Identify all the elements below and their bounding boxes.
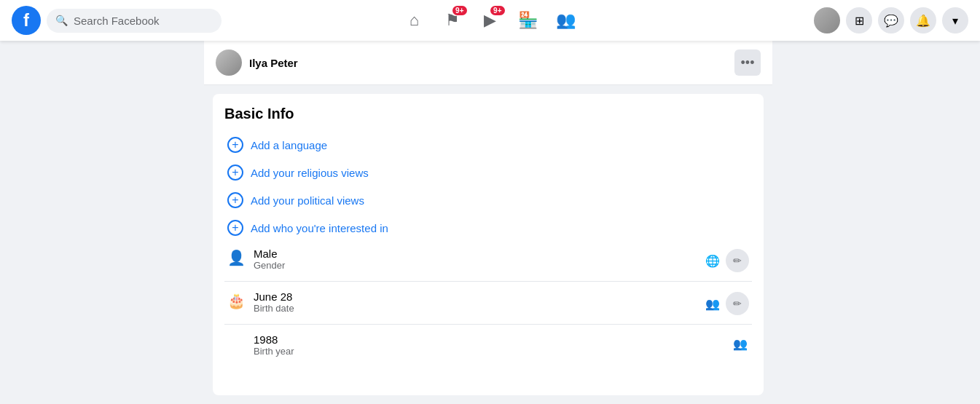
store-icon: 🏪 (518, 11, 538, 30)
add-language-text: Add a language (251, 139, 327, 151)
add-interested-btn[interactable]: + Add who you're interested in (224, 214, 752, 242)
page-content: Ilya Peter ••• Basic Info + Add a langua… (0, 41, 980, 404)
friends-privacy-icon-2: 👥 (732, 335, 749, 352)
profile-strip-left: Ilya Peter (216, 49, 298, 76)
more-options-btn[interactable]: ••• (734, 49, 761, 76)
profile-avatar (216, 49, 242, 76)
main-area: Ilya Peter ••• Basic Info + Add a langua… (204, 41, 772, 404)
left-sidebar (0, 41, 204, 404)
add-religious-text: Add your religious views (251, 167, 369, 179)
home-icon: ⌂ (409, 11, 419, 30)
friends-privacy-icon: 👥 (704, 295, 721, 312)
birthdate-edit-btn[interactable]: ✏ (726, 292, 749, 315)
flag-badge: 9+ (452, 6, 466, 15)
messenger-icon: 💬 (884, 14, 898, 28)
gender-row: 👤 Male Gender 🌐 ✏ (224, 242, 752, 278)
avatar-image (814, 7, 840, 33)
account-dropdown-btn[interactable]: ▾ (942, 7, 968, 33)
divider-1 (224, 281, 752, 282)
pencil-icon: ✏ (733, 255, 742, 266)
chevron-down-icon: ▾ (952, 14, 958, 28)
plus-circle-religious: + (227, 165, 243, 181)
video-badge: 9+ (490, 6, 504, 15)
navbar: f 🔍 Search Facebook ⌂ ⚑ 9+ ▶ 9+ 🏪 👥 ⊞ (0, 0, 980, 41)
birthyear-row: ○ 1988 Birth year 👥 (224, 328, 752, 363)
gender-label: Gender (254, 260, 695, 271)
birthyear-spacer: ○ (227, 335, 245, 352)
bell-icon: 🔔 (916, 14, 930, 28)
nav-friends-btn[interactable]: 👥 (549, 3, 584, 38)
gender-text: Male Gender (254, 247, 695, 271)
search-placeholder-text: Search Facebook (74, 15, 160, 27)
gender-actions: 🌐 ✏ (704, 249, 749, 272)
search-icon: 🔍 (55, 15, 68, 26)
pencil-icon-2: ✏ (733, 298, 742, 309)
birthyear-value: 1988 (254, 333, 723, 346)
add-language-btn[interactable]: + Add a language (224, 131, 752, 159)
nav-flag-btn[interactable]: ⚑ 9+ (435, 3, 470, 38)
search-box[interactable]: 🔍 Search Facebook (47, 9, 222, 33)
plus-circle-interested: + (227, 220, 243, 236)
add-political-btn[interactable]: + Add your political views (224, 186, 752, 214)
plus-circle-political: + (227, 192, 243, 208)
birthdate-text: June 28 Birth date (254, 290, 695, 314)
birthdate-row: 🎂 June 28 Birth date 👥 ✏ (224, 285, 752, 321)
basic-info-title: Basic Info (224, 106, 752, 122)
cake-icon: 🎂 (227, 292, 245, 309)
navbar-center: ⌂ ⚑ 9+ ▶ 9+ 🏪 👥 (331, 3, 650, 38)
grid-menu-btn[interactable]: ⊞ (846, 7, 872, 33)
birthdate-actions: 👥 ✏ (704, 292, 749, 315)
birthyear-text: 1988 Birth year (254, 333, 723, 357)
right-sidebar (772, 41, 980, 404)
user-avatar[interactable] (814, 7, 840, 33)
profile-strip: Ilya Peter ••• (204, 41, 772, 85)
add-religious-btn[interactable]: + Add your religious views (224, 159, 752, 186)
grid-icon: ⊞ (855, 14, 864, 28)
gender-value: Male (254, 247, 695, 260)
friends-icon: 👥 (556, 11, 576, 30)
birthyear-label: Birth year (254, 346, 723, 357)
profile-name: Ilya Peter (249, 57, 298, 69)
gender-edit-btn[interactable]: ✏ (726, 249, 749, 272)
messenger-btn[interactable]: 💬 (878, 7, 904, 33)
birthdate-label: Birth date (254, 303, 695, 314)
notifications-btn[interactable]: 🔔 (910, 7, 936, 33)
navbar-left: f 🔍 Search Facebook (12, 6, 331, 35)
birthdate-value: June 28 (254, 290, 695, 303)
nav-video-btn[interactable]: ▶ 9+ (473, 3, 508, 38)
nav-store-btn[interactable]: 🏪 (511, 3, 546, 38)
person-icon: 👤 (227, 249, 245, 266)
divider-2 (224, 324, 752, 325)
globe-icon: 🌐 (704, 252, 721, 269)
nav-home-btn[interactable]: ⌂ (397, 3, 432, 38)
navbar-right: ⊞ 💬 🔔 ▾ (649, 7, 968, 33)
facebook-logo[interactable]: f (12, 6, 41, 35)
add-interested-text: Add who you're interested in (251, 222, 388, 234)
basic-info-card: Basic Info + Add a language + Add your r… (213, 94, 764, 395)
add-political-text: Add your political views (251, 194, 364, 207)
birthyear-actions: 👥 (732, 335, 749, 352)
plus-circle-language: + (227, 137, 243, 153)
